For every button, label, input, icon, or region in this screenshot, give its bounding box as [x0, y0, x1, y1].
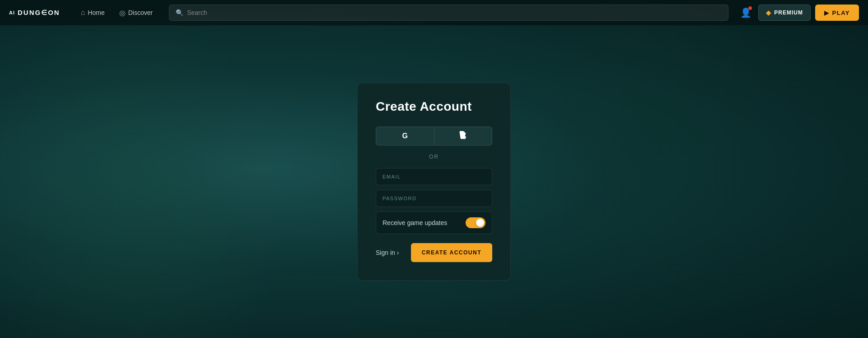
logo-dungeon-text: DUNG∈ON — [18, 9, 60, 17]
user-icon-button[interactable]: 👤 — [737, 5, 754, 21]
card-title: Create Account — [376, 99, 492, 114]
create-account-card: Create Account G OR Receive game updates… — [357, 83, 511, 281]
diamond-icon: ◆ — [766, 9, 771, 16]
logo-ai-text: AI — [9, 10, 15, 15]
sign-in-link[interactable]: Sign in › — [376, 249, 399, 256]
search-input[interactable] — [187, 9, 722, 16]
play-label: PLAY — [832, 9, 850, 16]
password-field[interactable] — [376, 190, 492, 207]
nav-home-label: Home — [88, 9, 104, 16]
email-field[interactable] — [376, 168, 492, 185]
game-updates-toggle-row: Receive game updates — [376, 211, 492, 234]
create-account-button[interactable]: CREATE ACCOUNT — [411, 243, 492, 262]
play-icon: ▶ — [824, 9, 830, 16]
chevron-right-icon: › — [397, 249, 399, 256]
premium-button[interactable]: ◆ PREMIUM — [758, 5, 811, 21]
navbar: AI DUNG∈ON ⌂ Home ◎ Discover 🔍 👤 ◆ PREMI… — [0, 0, 868, 25]
nav-discover-label: Discover — [128, 9, 153, 16]
nav-right: 👤 ◆ PREMIUM ▶ PLAY — [737, 5, 859, 21]
toggle-label: Receive game updates — [383, 219, 447, 226]
google-icon: G — [402, 132, 408, 140]
create-account-label: CREATE ACCOUNT — [422, 249, 481, 256]
apple-icon — [459, 131, 467, 141]
bottom-row: Sign in › CREATE ACCOUNT — [376, 243, 492, 262]
oauth-row: G — [376, 127, 492, 146]
nav-home[interactable]: ⌂ Home — [74, 0, 112, 25]
home-icon: ⌂ — [81, 9, 85, 17]
search-icon: 🔍 — [176, 9, 183, 16]
search-bar[interactable]: 🔍 — [169, 5, 728, 21]
game-updates-toggle[interactable] — [466, 217, 485, 228]
apple-oauth-button[interactable] — [434, 127, 493, 146]
discover-icon: ◎ — [119, 9, 126, 17]
nav-discover[interactable]: ◎ Discover — [112, 0, 160, 25]
sign-in-label: Sign in — [376, 249, 395, 256]
main-content: Create Account G OR Receive game updates… — [0, 25, 868, 338]
premium-label: PREMIUM — [774, 9, 803, 16]
play-button[interactable]: ▶ PLAY — [815, 5, 859, 21]
toggle-thumb — [476, 219, 484, 227]
notification-dot — [748, 6, 752, 10]
logo[interactable]: AI DUNG∈ON — [9, 9, 60, 17]
google-oauth-button[interactable]: G — [376, 127, 434, 146]
or-divider: OR — [376, 154, 492, 160]
